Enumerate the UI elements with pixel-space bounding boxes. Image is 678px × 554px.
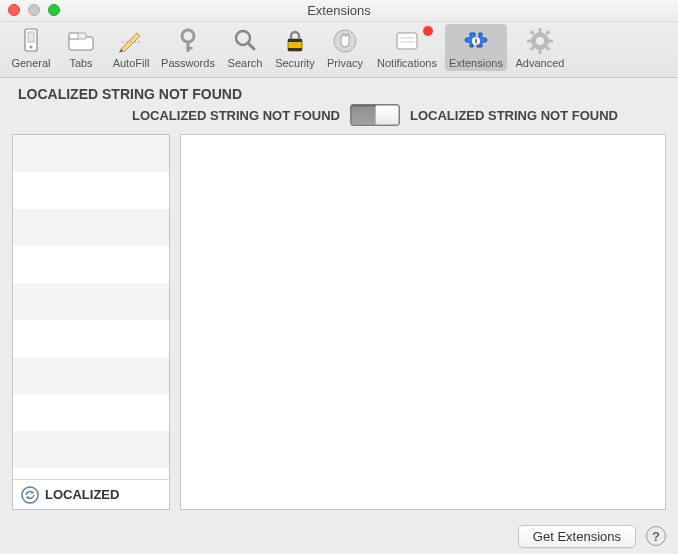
tab-label: Security (275, 57, 315, 69)
extensions-list[interactable] (13, 135, 169, 479)
sidebar-updates-row[interactable]: LOCALIZED (13, 479, 169, 509)
header-error-text: LOCALIZED STRING NOT FOUND (12, 84, 666, 102)
close-window-button[interactable] (8, 4, 20, 16)
panes: LOCALIZED (12, 134, 666, 510)
general-icon (16, 26, 46, 56)
preferences-window: Extensions General Tabs (0, 0, 678, 554)
tab-label: Advanced (516, 57, 565, 69)
svg-rect-27 (546, 30, 551, 35)
tab-privacy[interactable]: Privacy (321, 24, 369, 71)
svg-rect-24 (548, 40, 553, 43)
gear-icon (525, 26, 555, 56)
list-row (13, 431, 169, 468)
svg-point-30 (22, 487, 38, 503)
tab-tabs[interactable]: Tabs (57, 24, 105, 71)
tab-label: Notifications (377, 57, 437, 69)
updates-icon (21, 486, 39, 504)
extension-detail-pane (180, 134, 666, 510)
help-button[interactable]: ? (646, 526, 666, 546)
tab-label: Extensions (449, 57, 503, 69)
titlebar: Extensions (0, 0, 678, 22)
window-title: Extensions (307, 3, 371, 18)
zoom-window-button[interactable] (48, 4, 60, 16)
bottom-bar: Get Extensions ? (0, 518, 678, 554)
tab-advanced[interactable]: Advanced (509, 24, 571, 71)
tab-label: Tabs (69, 57, 92, 69)
preferences-toolbar: General Tabs AutoFill (0, 22, 678, 78)
tab-notifications[interactable]: Notifications (371, 24, 443, 71)
svg-line-11 (248, 43, 254, 49)
svg-rect-23 (527, 40, 532, 43)
list-row (13, 357, 169, 394)
svg-rect-13 (288, 39, 302, 42)
svg-rect-22 (539, 49, 542, 54)
extensions-sidebar: LOCALIZED (12, 134, 170, 510)
tab-label: Privacy (327, 57, 363, 69)
notification-badge (423, 26, 433, 36)
svg-rect-16 (397, 33, 417, 49)
content-area: LOCALIZED STRING NOT FOUND LOCALIZED STR… (0, 78, 678, 518)
tab-passwords[interactable]: Passwords (157, 24, 219, 71)
toggle-row: LOCALIZED STRING NOT FOUND LOCALIZED STR… (132, 102, 666, 134)
notifications-icon (392, 26, 422, 56)
svg-rect-5 (78, 33, 86, 39)
lock-icon (280, 26, 310, 56)
svg-rect-21 (539, 28, 542, 33)
list-row (13, 320, 169, 357)
list-row (13, 172, 169, 209)
tab-label: Passwords (161, 57, 215, 69)
svg-rect-1 (28, 32, 34, 42)
get-extensions-button[interactable]: Get Extensions (518, 525, 636, 548)
svg-rect-25 (530, 30, 535, 35)
tab-extensions[interactable]: Extensions (445, 24, 507, 71)
list-row (13, 135, 169, 172)
list-row (13, 283, 169, 320)
extensions-icon (461, 26, 491, 56)
tab-label: General (11, 57, 50, 69)
tab-label: AutoFill (113, 57, 150, 69)
svg-point-29 (536, 37, 544, 45)
list-row (13, 209, 169, 246)
tab-label: Search (228, 57, 263, 69)
toggle-knob (375, 105, 399, 125)
tab-autofill[interactable]: AutoFill (107, 24, 155, 71)
svg-rect-14 (288, 48, 302, 51)
svg-rect-9 (187, 47, 193, 50)
key-icon (173, 26, 203, 56)
tab-general[interactable]: General (7, 24, 55, 71)
svg-point-7 (182, 30, 194, 42)
toggle-left-label: LOCALIZED STRING NOT FOUND (132, 108, 340, 123)
svg-rect-8 (187, 41, 190, 52)
window-controls (8, 4, 60, 16)
sidebar-footer-label: LOCALIZED (45, 487, 119, 502)
toggle-right-label: LOCALIZED STRING NOT FOUND (410, 108, 618, 123)
svg-point-2 (30, 46, 33, 49)
tab-security[interactable]: Security (271, 24, 319, 71)
hand-icon (330, 26, 360, 56)
extensions-toggle[interactable] (350, 104, 400, 126)
search-icon (230, 26, 260, 56)
tab-search[interactable]: Search (221, 24, 269, 71)
minimize-window-button[interactable] (28, 4, 40, 16)
list-row (13, 394, 169, 431)
tabs-icon (66, 26, 96, 56)
autofill-icon (116, 26, 146, 56)
list-row (13, 246, 169, 283)
